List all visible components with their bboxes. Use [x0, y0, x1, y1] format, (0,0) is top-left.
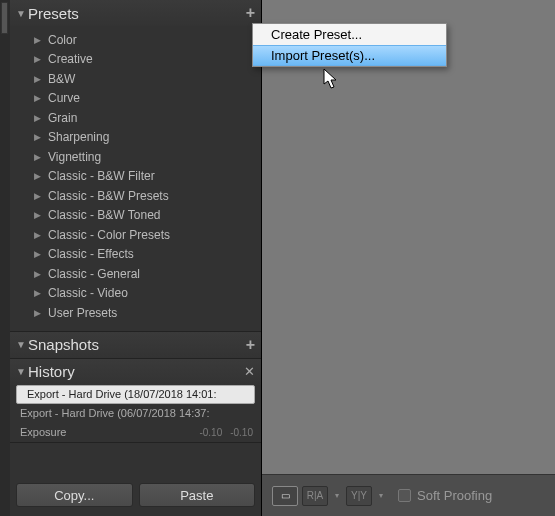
preset-folder[interactable]: ▶Classic - B&W Presets [10, 186, 261, 206]
history-label: Exposure [20, 426, 191, 438]
before-after-tb-button[interactable]: Y|Y [346, 486, 372, 506]
panel-title: History [28, 363, 238, 380]
history-row[interactable]: Exposure-0.10-0.10 [10, 423, 261, 442]
soft-proofing-label: Soft Proofing [417, 488, 492, 503]
history-row[interactable]: Export - Hard Drive (06/07/2018 14:37: [10, 404, 261, 423]
preset-folder-label: User Presets [48, 306, 117, 320]
chevron-right-icon: ▶ [34, 35, 48, 45]
chevron-right-icon: ▶ [34, 308, 48, 318]
preset-folder[interactable]: ▶Classic - B&W Filter [10, 167, 261, 187]
history-value: -0.10 [191, 427, 222, 438]
caret-down-icon: ▼ [16, 339, 28, 350]
left-scrollbar[interactable] [0, 0, 10, 516]
chevron-right-icon: ▶ [34, 230, 48, 240]
add-snapshot-button[interactable]: + [246, 336, 255, 354]
preset-folder[interactable]: ▶User Presets [10, 303, 261, 323]
preset-folder-label: Classic - Effects [48, 247, 134, 261]
preset-folder[interactable]: ▶Curve [10, 89, 261, 109]
chevron-right-icon: ▶ [34, 171, 48, 181]
preset-folder[interactable]: ▶Sharpening [10, 128, 261, 148]
chevron-right-icon: ▶ [34, 249, 48, 259]
preset-folder-label: Color [48, 33, 77, 47]
chevron-right-icon: ▶ [34, 191, 48, 201]
menu-create-preset[interactable]: Create Preset... [253, 24, 446, 45]
preset-folder[interactable]: ▶Color [10, 30, 261, 50]
chevron-right-icon: ▶ [34, 288, 48, 298]
presets-list: ▶Color▶Creative▶B&W▶Curve▶Grain▶Sharpeni… [10, 26, 261, 331]
left-panel-column: ▼ Presets + ▶Color▶Creative▶B&W▶Curve▶Gr… [0, 0, 261, 516]
preview-toolbar: ▭ R|A ▾ Y|Y ▾ Soft Proofing [262, 474, 555, 516]
caret-down-icon: ▼ [16, 366, 28, 377]
panel-area: ▼ Presets + ▶Color▶Creative▶B&W▶Curve▶Gr… [10, 0, 261, 516]
panel-header-snapshots[interactable]: ▼ Snapshots + [10, 332, 261, 358]
history-list: Export - Hard Drive (18/07/2018 14:01:Ex… [10, 385, 261, 442]
scrollbar-thumb[interactable] [1, 2, 8, 34]
preset-folder-label: Vignetting [48, 150, 101, 164]
preset-folder[interactable]: ▶Classic - General [10, 264, 261, 284]
history-value: -0.10 [222, 427, 253, 438]
preset-folder-label: Classic - Video [48, 286, 128, 300]
panel-title: Snapshots [28, 336, 246, 353]
preset-folder[interactable]: ▶Classic - B&W Toned [10, 206, 261, 226]
preset-folder-label: Classic - Color Presets [48, 228, 170, 242]
chevron-right-icon: ▶ [34, 113, 48, 123]
preset-folder-label: Classic - B&W Presets [48, 189, 169, 203]
preset-folder-label: B&W [48, 72, 75, 86]
soft-proofing-toggle[interactable]: Soft Proofing [398, 488, 492, 503]
clear-history-button[interactable]: ✕ [238, 364, 255, 379]
before-after-lr-button[interactable]: R|A [302, 486, 328, 506]
preset-folder-label: Creative [48, 52, 93, 66]
preset-folder-label: Classic - B&W Filter [48, 169, 155, 183]
panel-header-history[interactable]: ▼ History ✕ [10, 359, 261, 385]
panel-snapshots: ▼ Snapshots + [10, 332, 261, 359]
preset-folder[interactable]: ▶Grain [10, 108, 261, 128]
preset-folder[interactable]: ▶B&W [10, 69, 261, 89]
loupe-view-button[interactable]: ▭ [272, 486, 298, 506]
preview-area: ▭ R|A ▾ Y|Y ▾ Soft Proofing [261, 0, 555, 516]
preset-folder[interactable]: ▶Classic - Video [10, 284, 261, 304]
preset-folder-label: Classic - General [48, 267, 140, 281]
checkbox-icon[interactable] [398, 489, 411, 502]
app-root: ▼ Presets + ▶Color▶Creative▶B&W▶Curve▶Gr… [0, 0, 555, 516]
chevron-right-icon: ▶ [34, 210, 48, 220]
add-preset-button[interactable]: + [246, 4, 255, 22]
panel-presets: ▼ Presets + ▶Color▶Creative▶B&W▶Curve▶Gr… [10, 0, 261, 332]
presets-context-menu: Create Preset... Import Preset(s)... [252, 23, 447, 67]
copy-button[interactable]: Copy... [16, 483, 133, 507]
chevron-right-icon: ▶ [34, 93, 48, 103]
panel-title: Presets [28, 5, 246, 22]
panel-header-presets[interactable]: ▼ Presets + [10, 0, 261, 26]
preset-folder[interactable]: ▶Classic - Color Presets [10, 225, 261, 245]
preset-folder[interactable]: ▶Classic - Effects [10, 245, 261, 265]
panel-history: ▼ History ✕ Export - Hard Drive (18/07/2… [10, 359, 261, 443]
chevron-right-icon: ▶ [34, 152, 48, 162]
bottom-button-bar: Copy... Paste [16, 483, 255, 507]
chevron-right-icon: ▶ [34, 54, 48, 64]
preset-folder-label: Sharpening [48, 130, 109, 144]
history-label: Export - Hard Drive (06/07/2018 14:37: [20, 407, 253, 419]
preset-folder[interactable]: ▶Vignetting [10, 147, 261, 167]
chevron-right-icon: ▶ [34, 74, 48, 84]
dropdown-icon[interactable]: ▾ [332, 491, 342, 500]
history-row[interactable]: Export - Hard Drive (18/07/2018 14:01: [16, 385, 255, 404]
preset-folder[interactable]: ▶Creative [10, 50, 261, 70]
paste-button[interactable]: Paste [139, 483, 256, 507]
caret-down-icon: ▼ [16, 8, 28, 19]
chevron-right-icon: ▶ [34, 132, 48, 142]
chevron-right-icon: ▶ [34, 269, 48, 279]
menu-import-presets[interactable]: Import Preset(s)... [253, 45, 446, 66]
history-label: Export - Hard Drive (18/07/2018 14:01: [27, 388, 246, 400]
dropdown-icon[interactable]: ▾ [376, 491, 386, 500]
preset-folder-label: Grain [48, 111, 77, 125]
preset-folder-label: Curve [48, 91, 80, 105]
preset-folder-label: Classic - B&W Toned [48, 208, 160, 222]
